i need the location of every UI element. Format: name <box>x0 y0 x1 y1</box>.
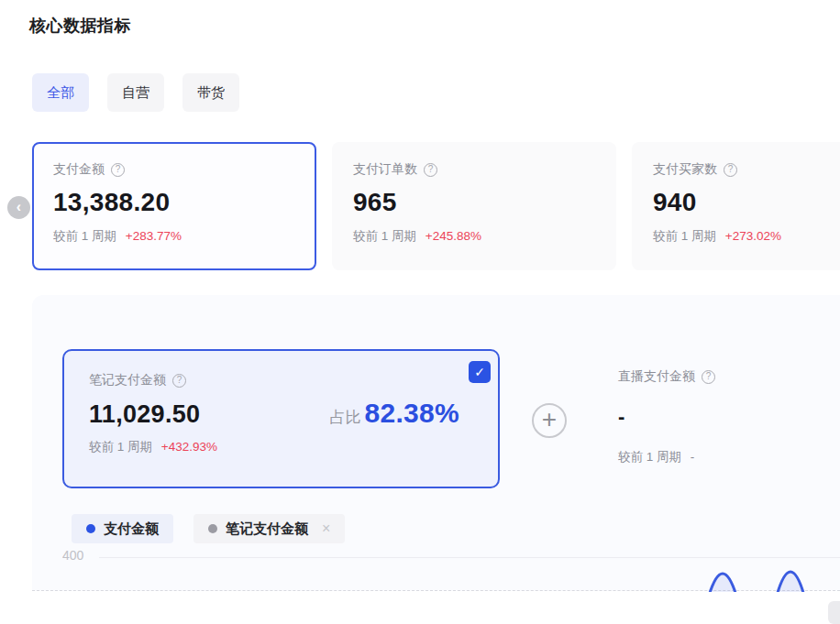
metric-label-row: 直播支付金额 ? <box>618 368 715 385</box>
metric-compare: 较前 1 周期 +283.77% <box>53 228 295 245</box>
help-icon[interactable]: ? <box>172 374 186 388</box>
metric-compare: 较前 1 周期 - <box>618 449 715 465</box>
floating-widget-cutoff[interactable] <box>828 601 840 624</box>
legend-label: 笔记支付金额 <box>226 520 308 538</box>
metric-label: 支付买家数 <box>653 161 717 178</box>
live-payment-card[interactable]: 直播支付金额 ? - 较前 1 周期 - <box>618 368 715 465</box>
change-badge: +432.93% <box>161 440 217 454</box>
metric-label: 直播支付金额 <box>618 368 695 385</box>
close-icon[interactable]: × <box>322 521 330 536</box>
note-main-row: 11,029.50 占比 82.38% <box>89 398 498 429</box>
metric-card-payment-amount[interactable]: 支付金额 ? 13,388.20 较前 1 周期 +283.77% <box>32 142 316 270</box>
metric-value: - <box>618 405 715 429</box>
tab-affiliate[interactable]: 带货 <box>182 73 239 112</box>
gridline-dashed-bottom <box>32 590 840 591</box>
checkbox-checked-icon[interactable]: ✓ <box>469 361 491 383</box>
metric-card-payment-buyers[interactable]: 支付买家数 ? 940 较前 1 周期 +273.02% <box>632 142 840 270</box>
filter-tabs: 全部 自营 带货 <box>32 73 239 112</box>
note-value: 11,029.50 <box>89 400 200 429</box>
page-bottom-whitespace <box>0 592 840 624</box>
legend-chip-payment-amount[interactable]: 支付金额 <box>72 514 173 543</box>
metric-label-row: 笔记支付金额 ? <box>89 372 498 389</box>
metric-label-row: 支付订单数 ? <box>353 161 595 178</box>
checkmark-icon: ✓ <box>474 365 485 379</box>
metric-label: 支付订单数 <box>353 161 417 178</box>
note-payment-card[interactable]: ✓ 笔记支付金额 ? 11,029.50 占比 82.38% 较前 1 周期 +… <box>62 349 500 488</box>
compare-label: 较前 1 周期 <box>353 229 416 243</box>
help-icon[interactable]: ? <box>111 163 125 177</box>
change-badge: +245.88% <box>426 229 481 243</box>
ratio-value: 82.38% <box>364 398 459 429</box>
metric-value: 965 <box>353 188 595 217</box>
metric-compare: 较前 1 周期 +245.88% <box>353 228 595 245</box>
change-badge: +273.02% <box>725 229 781 243</box>
carousel-prev-button[interactable]: ‹ <box>7 196 30 219</box>
dashboard-page: 核心数据指标 全部 自营 带货 ‹ 支付金额 ? 13,388.20 较前 1 … <box>0 0 840 624</box>
tab-all[interactable]: 全部 <box>32 73 89 112</box>
compare-label: 较前 1 周期 <box>618 450 681 464</box>
legend-dot-blue <box>86 524 95 533</box>
help-icon[interactable]: ? <box>702 370 715 384</box>
metric-compare: 较前 1 周期 +273.02% <box>653 228 840 245</box>
gridline-400 <box>99 557 840 558</box>
compare-label: 较前 1 周期 <box>53 229 116 243</box>
metric-label: 支付金额 <box>53 161 105 178</box>
ratio-label: 占比 <box>329 407 360 428</box>
metric-value: 940 <box>653 188 840 217</box>
tab-self-operated[interactable]: 自营 <box>107 73 164 112</box>
y-axis-tick-400: 400 <box>62 548 83 563</box>
compare-label: 较前 1 周期 <box>89 440 152 454</box>
metric-compare: 较前 1 周期 +432.93% <box>89 439 498 455</box>
chevron-left-icon: ‹ <box>17 200 21 214</box>
plus-icon: + <box>542 407 557 432</box>
ratio-group: 占比 82.38% <box>329 398 459 429</box>
metric-cards-row: 支付金额 ? 13,388.20 较前 1 周期 +283.77% 支付订单数 … <box>32 142 840 270</box>
legend-dot-gray <box>208 524 217 533</box>
compare-label: 较前 1 周期 <box>653 229 716 243</box>
change-badge: - <box>691 450 695 464</box>
metric-label: 笔记支付金额 <box>89 372 166 389</box>
legend-chip-note-payment-amount[interactable]: 笔记支付金额 × <box>193 514 345 543</box>
add-metric-button[interactable]: + <box>532 403 567 438</box>
chart-legend: 支付金额 笔记支付金额 × <box>72 514 345 543</box>
help-icon[interactable]: ? <box>724 163 737 177</box>
metric-value: 13,388.20 <box>53 188 295 217</box>
page-title: 核心数据指标 <box>29 15 131 37</box>
metric-card-payment-orders[interactable]: 支付订单数 ? 965 较前 1 周期 +245.88% <box>332 142 616 270</box>
help-icon[interactable]: ? <box>424 163 437 177</box>
metric-label-row: 支付金额 ? <box>53 161 295 178</box>
change-badge: +283.77% <box>126 229 182 243</box>
legend-label: 支付金额 <box>104 520 159 538</box>
metric-label-row: 支付买家数 ? <box>653 161 840 178</box>
